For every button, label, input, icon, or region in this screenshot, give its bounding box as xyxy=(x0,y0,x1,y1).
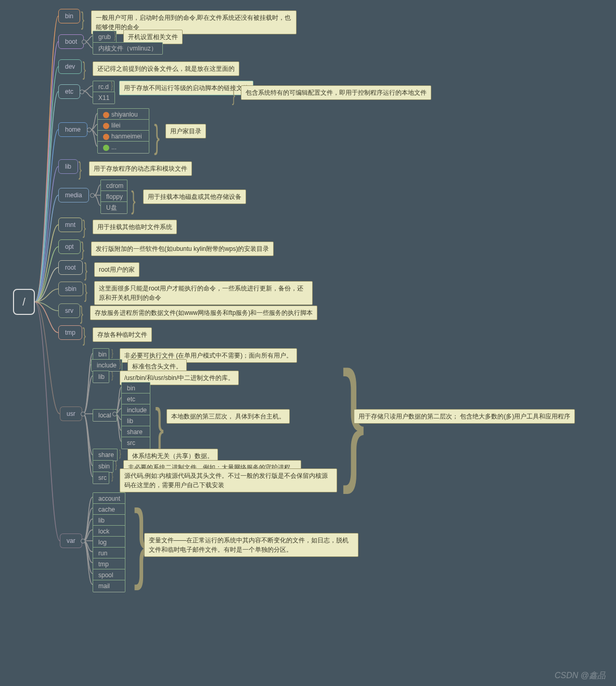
expand-dot[interactable] xyxy=(80,90,84,94)
note-var: 变量文件——在正常运行的系统中其内容不断变化的文件，如日志，脱机文件和临时电子邮… xyxy=(144,533,358,557)
user-label: ... xyxy=(111,144,117,151)
note-usr-src: 源代码,例如:内核源代码及其头文件。不过一般的发行版是不会保留内核源码在这里的，… xyxy=(120,468,337,492)
node-srv[interactable]: srv xyxy=(58,303,80,318)
node-boot[interactable]: boot xyxy=(58,34,84,49)
note-bin: 一般用户可用，启动时会用到的命令,即在文件系统还没有被挂载时，也能够使用的命令 xyxy=(91,10,297,34)
node-bin[interactable]: bin xyxy=(58,9,80,23)
user-label: hanmeimei xyxy=(111,133,142,140)
user-label: lilei xyxy=(111,122,120,129)
note-usr-local: 本地数据的第三层次， 具体到本台主机。 xyxy=(166,409,290,424)
node-mnt[interactable]: mnt xyxy=(58,218,82,232)
leaf-x11[interactable]: X11 xyxy=(93,92,115,104)
node-tmp[interactable]: tmp xyxy=(58,325,82,340)
note-mnt: 用于挂载其他临时文件系统 xyxy=(93,220,177,234)
leaf-grub[interactable]: grub xyxy=(93,31,117,43)
expand-dot[interactable] xyxy=(81,412,85,416)
node-opt[interactable]: opt xyxy=(58,239,81,254)
leaf-local[interactable]: src xyxy=(121,437,150,449)
leaf-usr-src[interactable]: src xyxy=(93,472,109,484)
node-lib[interactable]: lib xyxy=(58,159,78,174)
leaf-kernel[interactable]: 内核文件（vmlinuz） xyxy=(93,42,163,55)
leaf-usr-lib[interactable]: lib xyxy=(93,371,109,383)
user-label: shiyanlou xyxy=(111,111,138,118)
note-dev: 还记得之前提到的设备文件么，就是放在这里面的 xyxy=(93,61,239,76)
expand-dot[interactable] xyxy=(82,40,86,44)
node-sbin[interactable]: sbin xyxy=(58,282,83,296)
leaf-media[interactable]: U盘 xyxy=(100,201,127,214)
note-srv: 存放服务进程所需的数据文件(如www网络服务和ftp服务)和一些服务的执行脚本 xyxy=(90,306,317,320)
leaf-usr-share[interactable]: share xyxy=(93,449,118,461)
note-media: 用于挂载本地磁盘或其他存储设备 xyxy=(143,189,246,204)
expand-dot[interactable] xyxy=(112,412,117,416)
note-opt: 发行版附加的一些软件包(如ubuntu kylin附带的wps)的安装目录 xyxy=(91,242,274,256)
leaf-user[interactable]: ... xyxy=(97,141,149,154)
leaf-usr-include[interactable]: include xyxy=(91,359,122,372)
expand-dot[interactable] xyxy=(87,128,92,132)
note-tmp: 存放各种临时文件 xyxy=(93,327,152,342)
node-usr[interactable]: usr xyxy=(60,406,82,421)
note-usr-overall: 用于存储只读用户数据的第二层次； 包含绝大多数的(多)用户工具和应用程序 xyxy=(354,409,575,424)
leaf-usr-sbin[interactable]: sbin xyxy=(93,460,113,473)
note-sbin: 这里面很多只能是root用户才能执行的命令，一些系统进行更新，备份，还原和开关机… xyxy=(94,281,313,305)
node-var[interactable]: var xyxy=(60,533,82,548)
note-root: root用户的家 xyxy=(94,262,139,277)
node-root[interactable]: root xyxy=(58,260,83,275)
node-home[interactable]: home xyxy=(58,122,87,137)
node-media[interactable]: media xyxy=(58,188,89,202)
note-home: 用户家目录 xyxy=(165,124,206,138)
leaf-var[interactable]: mail xyxy=(93,580,125,592)
node-etc[interactable]: etc xyxy=(58,84,80,99)
note-etc: 包含系统特有的可编辑配置文件，即用于控制程序运行的本地文件 xyxy=(241,85,431,100)
expand-dot[interactable] xyxy=(81,539,85,543)
note-lib: 用于存放程序的动态库和模块文件 xyxy=(89,161,192,176)
watermark: CSDN @鑫品 xyxy=(555,669,606,682)
expand-dot[interactable] xyxy=(90,193,95,198)
node-dev[interactable]: dev xyxy=(58,59,82,74)
root-node[interactable]: / xyxy=(13,289,35,315)
